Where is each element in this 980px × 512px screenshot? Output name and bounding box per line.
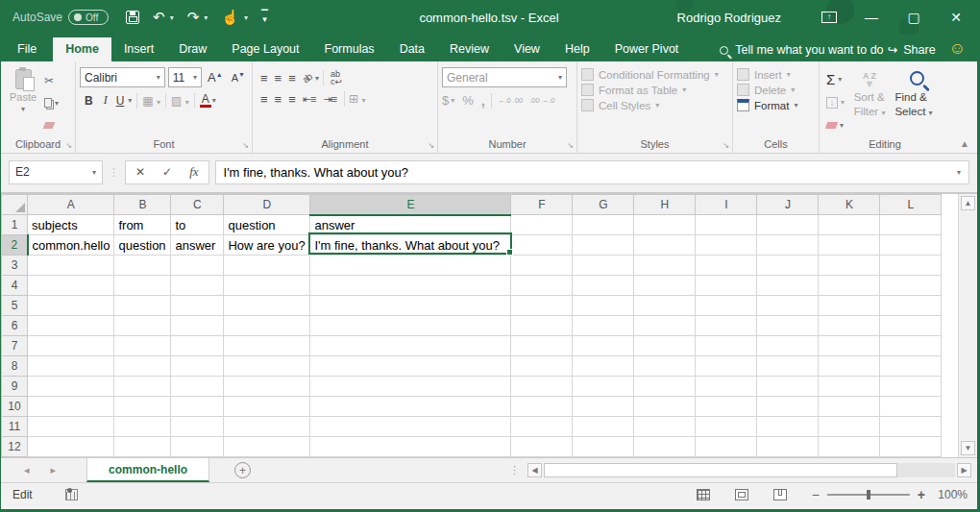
clipboard-dialog-launcher[interactable]: ↘ [65, 141, 72, 150]
number-dialog-launcher[interactable]: ↘ [567, 141, 574, 150]
cell-B10[interactable] [114, 397, 171, 417]
cell-E9[interactable] [310, 377, 511, 397]
cell-D9[interactable] [224, 377, 310, 397]
font-size-select[interactable]: 11▾ [168, 67, 202, 87]
cell-K2[interactable] [819, 235, 880, 256]
feedback-smiley-icon[interactable]: ☺ [949, 39, 966, 61]
autosave-switch[interactable]: Off [68, 10, 109, 25]
cell-B12[interactable] [114, 437, 171, 457]
cell-I2[interactable] [696, 235, 757, 256]
column-header-A[interactable]: A [28, 195, 114, 215]
decrease-decimal-button[interactable]: .00 →.0 [525, 97, 554, 104]
tab-home[interactable]: Home [53, 37, 111, 61]
cell-J3[interactable] [757, 256, 819, 276]
cell-C1[interactable]: to [171, 215, 224, 235]
cell-F2[interactable] [511, 235, 573, 256]
cell-H3[interactable] [634, 256, 696, 276]
column-header-F[interactable]: F [511, 195, 573, 215]
cell-J11[interactable] [757, 417, 819, 437]
column-header-B[interactable]: B [114, 195, 171, 215]
name-box-dropdown-icon[interactable]: ▾ [92, 168, 96, 177]
cell-E10[interactable] [310, 397, 511, 417]
cell-D1[interactable]: question [224, 215, 310, 235]
cell-G10[interactable] [573, 397, 634, 417]
cell-J6[interactable] [757, 316, 819, 336]
cell-A9[interactable] [28, 377, 114, 397]
cell-J5[interactable] [757, 296, 819, 316]
cell-F7[interactable] [511, 336, 573, 356]
cell-B7[interactable] [114, 336, 171, 356]
cell-D7[interactable] [224, 336, 310, 356]
decrease-indent-button[interactable]: ⇤≡ [299, 93, 320, 106]
cell-G11[interactable] [573, 417, 634, 437]
cell-C6[interactable] [171, 316, 224, 336]
cell-A7[interactable] [28, 336, 114, 356]
cell-I9[interactable] [696, 377, 757, 397]
customize-qat-icon[interactable]: ▔▾ [261, 12, 268, 22]
underline-dropdown-icon[interactable]: ▾ [128, 96, 132, 105]
merge-center-button[interactable]: ⊞ ▾ [349, 92, 365, 106]
borders-button[interactable]: ▦ ▾ [142, 94, 160, 108]
cell-J4[interactable] [757, 276, 819, 296]
row-header-1[interactable]: 1 [2, 215, 28, 235]
orientation-button[interactable]: ab [297, 68, 316, 86]
format-as-table-button[interactable]: Format as Table▾ [581, 84, 728, 96]
align-right-button[interactable]: ≡ [284, 92, 299, 107]
cell-J10[interactable] [757, 397, 819, 417]
cell-L5[interactable] [880, 296, 942, 316]
horizontal-scrollbar[interactable]: ◀ ▶ [527, 463, 971, 477]
cell-B8[interactable] [114, 356, 171, 377]
cell-C5[interactable] [171, 296, 224, 316]
delete-button[interactable]: Delete▾ [737, 84, 815, 96]
cell-F1[interactable] [511, 215, 573, 235]
cell-I4[interactable] [696, 276, 757, 296]
name-box[interactable]: E2 ▾ [9, 160, 103, 184]
ribbon-display-options-button[interactable]: ↑ [808, 0, 850, 35]
cell-E8[interactable] [310, 356, 511, 377]
cell-J8[interactable] [757, 356, 819, 377]
cell-I5[interactable] [696, 296, 757, 316]
cell-K5[interactable] [819, 296, 880, 316]
font-color-button[interactable]: A [200, 94, 211, 108]
cell-E11[interactable] [310, 417, 511, 437]
cell-L12[interactable] [880, 437, 942, 457]
underline-button[interactable]: U [113, 93, 128, 109]
cell-E3[interactable] [310, 256, 511, 276]
currency-dropdown-icon[interactable]: ▾ [451, 96, 454, 105]
zoom-slider[interactable] [827, 494, 910, 496]
cell-A12[interactable] [28, 437, 114, 457]
cell-K7[interactable] [819, 336, 880, 356]
cell-B9[interactable] [114, 377, 171, 397]
percent-format-button[interactable]: % [456, 93, 479, 108]
cell-H12[interactable] [634, 437, 696, 457]
decrease-font-size-button[interactable]: A▼ [229, 71, 248, 84]
cell-F5[interactable] [511, 296, 573, 316]
cell-H2[interactable] [634, 235, 696, 256]
tab-data[interactable]: Data [387, 37, 437, 61]
zoom-out-button[interactable]: − [812, 487, 820, 502]
cell-F11[interactable] [511, 417, 573, 437]
tab-draw[interactable]: Draw [166, 37, 219, 61]
cell-B6[interactable] [114, 316, 171, 336]
row-header-10[interactable]: 10 [2, 397, 28, 417]
cell-E7[interactable] [310, 336, 511, 356]
cell-F12[interactable] [511, 437, 573, 457]
cell-L2[interactable] [880, 235, 942, 256]
zoom-slider-handle[interactable] [867, 490, 870, 500]
cell-I7[interactable] [696, 336, 757, 356]
cell-E12[interactable] [310, 437, 511, 457]
cell-H10[interactable] [634, 397, 696, 417]
row-header-11[interactable]: 11 [2, 417, 28, 437]
font-dialog-launcher[interactable]: ↘ [242, 141, 249, 150]
cell-L3[interactable] [880, 256, 942, 276]
undo-icon[interactable]: ↶ [153, 9, 165, 26]
tab-review[interactable]: Review [437, 37, 502, 61]
cell-G4[interactable] [573, 276, 634, 296]
align-center-button[interactable]: ≡ [271, 92, 285, 107]
cell-H5[interactable] [634, 296, 696, 316]
cell-styles-button[interactable]: Cell Styles▾ [581, 99, 728, 111]
vertical-scrollbar[interactable]: ▲ ▼ [958, 194, 977, 457]
tab-file[interactable]: File [1, 37, 53, 61]
cell-L10[interactable] [880, 397, 942, 417]
cell-C9[interactable] [171, 377, 224, 397]
